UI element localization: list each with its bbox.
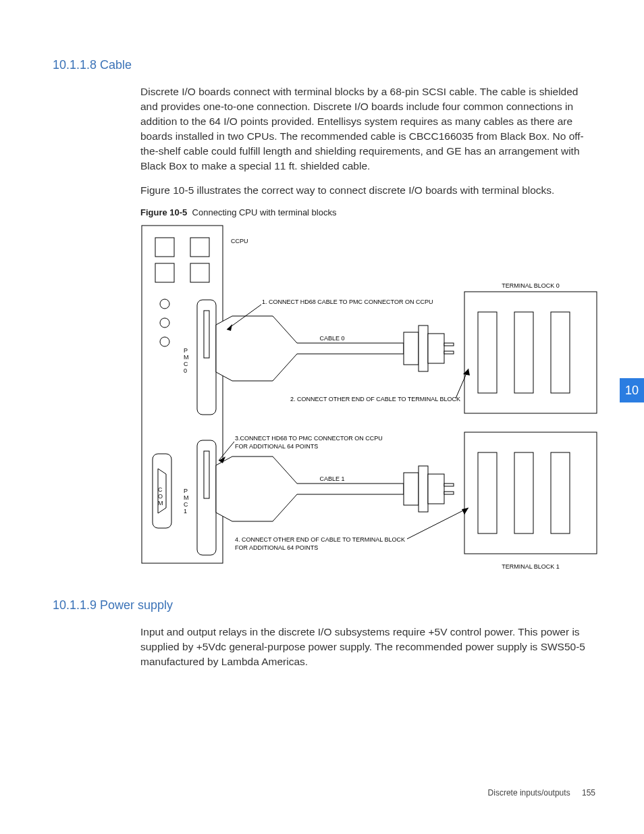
chapter-tab: 10	[620, 378, 644, 402]
tb0-label: TERMINAL BLOCK 0	[502, 282, 560, 289]
svg-rect-29	[514, 452, 533, 533]
svg-rect-1	[155, 238, 174, 257]
cable1-label: CABLE 1	[319, 475, 344, 482]
figure-label: Figure 10-5	[140, 207, 187, 217]
tb1-label: TERMINAL BLOCK 1	[502, 563, 560, 570]
step4-text-b: FOR ADDITIONAL 64 POINTS	[235, 544, 318, 551]
svg-rect-28	[478, 452, 497, 533]
com-label: COM	[158, 486, 163, 506]
svg-rect-30	[551, 452, 570, 533]
step4-text-a: 4. CONNECT OTHER END OF CABLE TO TERMINA…	[235, 536, 405, 543]
cable-para-2: Figure 10-5 illustrates the correct way …	[140, 183, 595, 198]
svg-rect-19	[419, 466, 428, 512]
footer-page-number: 155	[582, 788, 595, 798]
svg-rect-16	[444, 343, 454, 346]
cable0-label: CABLE 0	[319, 335, 344, 342]
svg-rect-22	[444, 492, 454, 494]
svg-rect-26	[551, 312, 570, 393]
svg-rect-9	[204, 311, 209, 358]
svg-rect-15	[428, 334, 444, 363]
svg-rect-3	[155, 263, 174, 282]
svg-rect-12	[204, 451, 209, 498]
step3-text-b: FOR ADDITIONAL 64 POINTS	[235, 443, 318, 450]
power-para-1: Input and output relays in the discrete …	[140, 625, 595, 669]
svg-point-7	[160, 337, 169, 346]
ccpu-label: CCPU	[231, 238, 248, 244]
svg-rect-20	[428, 474, 444, 504]
svg-line-37	[407, 508, 468, 539]
svg-rect-18	[404, 473, 419, 505]
section-heading-cable: 10.1.1.8 Cable	[53, 58, 595, 72]
figure-caption: Figure 10-5 Connecting CPU with terminal…	[140, 207, 595, 217]
footer-section: Discrete inputs/outputs	[488, 788, 570, 798]
svg-rect-4	[190, 263, 209, 282]
section-heading-power: 10.1.1.9 Power supply	[53, 598, 595, 613]
svg-rect-24	[478, 312, 497, 393]
step2-text: 2. CONNECT OTHER END OF CABLE TO TERMINA…	[290, 396, 460, 402]
svg-rect-17	[444, 351, 454, 354]
cable-para-1: Discrete I/O boards connect with termina…	[140, 84, 595, 174]
step1-text: 1. CONNECT HD68 CABLE TO PMC CONNECTOR O…	[262, 298, 433, 305]
svg-rect-13	[404, 332, 419, 365]
svg-rect-14	[419, 325, 428, 371]
page-footer: Discrete inputs/outputs 155	[488, 788, 595, 798]
figure-title: Connecting CPU with terminal blocks	[192, 207, 337, 217]
step3-text-a: 3.CONNECT HD68 TO PMC CONNECTOR ON CCPU	[235, 435, 383, 442]
svg-rect-25	[514, 312, 533, 393]
svg-rect-2	[190, 238, 209, 257]
svg-rect-21	[444, 484, 454, 486]
svg-point-5	[160, 299, 169, 309]
figure-10-5-diagram: PMC0 COM PMC1 CCPU CABLE 0	[140, 224, 595, 582]
svg-point-6	[160, 318, 169, 328]
